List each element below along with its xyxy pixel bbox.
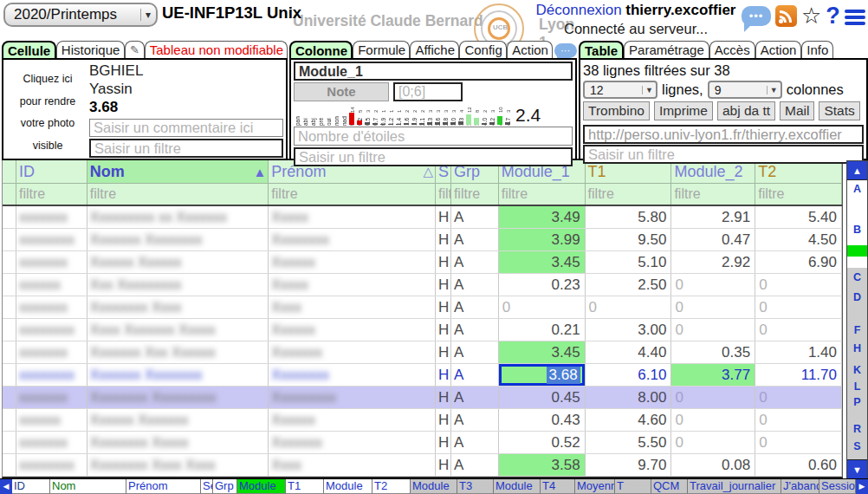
cell-s[interactable]: H: [436, 319, 451, 341]
table-button-mail[interactable]: Mail: [780, 101, 814, 120]
bottom-col-pr-nom[interactable]: Prénom: [126, 479, 201, 494]
photo-placeholder[interactable]: Cliquez icipour rendrevotre photovisible: [6, 62, 89, 157]
cell-s[interactable]: H: [436, 251, 451, 273]
cell-value[interactable]: 3.49: [499, 206, 586, 228]
tab-paramétrage[interactable]: Paramétrage: [624, 41, 709, 58]
bottom-col-t3[interactable]: T3: [457, 479, 494, 494]
cell-grp[interactable]: A: [451, 296, 499, 318]
scroll-right-button[interactable]: ▶: [856, 479, 868, 494]
cell-value[interactable]: 0: [671, 432, 755, 453]
cell-prenom[interactable]: Xxxxxxxxx: [269, 387, 436, 408]
cell-value[interactable]: 0: [671, 319, 755, 341]
cell-s[interactable]: H: [436, 274, 451, 296]
cell-value[interactable]: 0.23: [499, 274, 586, 296]
tab-action[interactable]: Action: [507, 41, 553, 58]
cell-prenom[interactable]: Xxxxxxxx: [269, 364, 436, 386]
table-filter-input[interactable]: [583, 145, 864, 164]
table-row[interactable]: xxxxxxxXxxxxxx Xxx XxxxxxXxxxxxxHA3.454.…: [3, 341, 842, 364]
cell-value[interactable]: 0: [671, 274, 755, 296]
bottom-col-t4[interactable]: T4: [541, 479, 575, 494]
filter-prenom[interactable]: filtre: [269, 184, 436, 205]
tab-accès[interactable]: Accès: [709, 41, 755, 58]
row-head-cell[interactable]: [3, 229, 16, 250]
cell-nom[interactable]: Xxxxxxx Xxx Xxxxxx: [87, 341, 269, 363]
scroll-letter-f[interactable]: F: [847, 325, 867, 336]
scroll-letter-a[interactable]: A: [847, 184, 867, 195]
bottom-col-moyenn[interactable]: Moyenn: [575, 479, 615, 494]
table-button-imprime[interactable]: Imprime: [654, 101, 713, 120]
row-head-cell[interactable]: [3, 387, 16, 408]
cell-value[interactable]: 6.10: [586, 364, 672, 386]
tab-config[interactable]: Config: [459, 41, 507, 58]
cell-value[interactable]: 5.10: [586, 251, 672, 273]
tab-affiche[interactable]: Affiche: [410, 41, 459, 58]
cell-value[interactable]: 0.35: [671, 341, 755, 363]
bottom-col-j-aband[interactable]: J'aband: [781, 479, 819, 494]
cell-value[interactable]: 9.50: [586, 229, 672, 250]
cell-value[interactable]: 1.40: [755, 341, 842, 363]
cell-s[interactable]: H: [436, 454, 451, 476]
filter-rowhead[interactable]: [3, 184, 16, 205]
cell-nom[interactable]: Xxxxxxx Xxxxxxxx: [87, 364, 269, 386]
comment-bubble-icon[interactable]: ⋯: [554, 43, 577, 58]
cell-value[interactable]: 0: [499, 296, 586, 318]
scroll-letter-s[interactable]: S: [847, 441, 867, 452]
cell-s[interactable]: H: [436, 364, 451, 386]
cell-prenom[interactable]: Xxxx: [269, 454, 436, 476]
cell-grp[interactable]: A: [451, 206, 499, 228]
cell-value[interactable]: 0.45: [499, 387, 586, 408]
pencil-icon[interactable]: ✎: [125, 41, 145, 58]
cell-grp[interactable]: A: [451, 454, 499, 476]
cell-prenom[interactable]: Xxxxx: [269, 206, 436, 228]
rows-count-select[interactable]: 12 ▼: [583, 81, 657, 99]
cell-value[interactable]: 5.40: [755, 206, 842, 228]
cell-prenom[interactable]: Xxxxxxx: [269, 432, 436, 453]
cell-value[interactable]: 0: [671, 387, 755, 408]
cell-value[interactable]: 0: [755, 409, 842, 431]
cell-nom[interactable]: Xxxxxxxx Xxxxx: [87, 432, 269, 453]
cell-value[interactable]: 0: [755, 296, 842, 318]
cell-grp[interactable]: A: [451, 409, 499, 431]
cell-value[interactable]: 3.00: [586, 319, 672, 341]
table-row[interactable]: xxxxxxxxXxxxxxx XxxxxxxxXxxxxxxxHA3.686.…: [3, 364, 842, 387]
cell-id[interactable]: xxxxxxx: [16, 432, 87, 453]
cell-s[interactable]: H: [436, 229, 451, 250]
col-header-nom[interactable]: Nom▲: [87, 160, 269, 183]
menu-icon[interactable]: [845, 7, 865, 25]
column-name[interactable]: Module_1: [294, 62, 573, 81]
row-head-cell[interactable]: [3, 341, 16, 363]
filter-id[interactable]: filtre: [16, 184, 87, 205]
cell-s[interactable]: H: [436, 296, 451, 318]
table-row[interactable]: xxxxxxxXxxxxx XxxxxxXxxxxxHA3.455.102.92…: [3, 251, 842, 274]
filter-t1[interactable]: filtre: [586, 184, 672, 205]
table-row[interactable]: xxxxxxxXxxxxxxx XxxxxXxxxxxxHA0.525.5000: [3, 432, 842, 454]
scroll-letter-p[interactable]: P: [847, 397, 867, 408]
cell-value[interactable]: 0: [671, 409, 755, 431]
cell-grp[interactable]: A: [451, 387, 499, 408]
cell-value[interactable]: 0.52: [499, 432, 586, 453]
table-button-stats[interactable]: Stats: [819, 101, 859, 120]
cell-prenom[interactable]: Xxxxxx: [269, 409, 436, 431]
cell-value[interactable]: 2.92: [671, 251, 755, 273]
url-input[interactable]: [583, 125, 864, 144]
tab-tableau-non-modifiable[interactable]: Tableau non modifiable: [145, 41, 288, 58]
cell-s[interactable]: H: [436, 432, 451, 453]
tab-table[interactable]: Table: [579, 41, 624, 58]
bottom-col-module[interactable]: Module: [411, 479, 457, 494]
row-head-cell[interactable]: [3, 274, 16, 296]
cell-prenom[interactable]: Xxxxx: [269, 274, 436, 296]
table-scrollbar[interactable]: ▲ ABCDFHKLPRS ▼: [846, 160, 868, 479]
tab-formule[interactable]: Formule: [353, 41, 410, 58]
tab-cellule[interactable]: Cellule: [2, 41, 56, 58]
cell-grp[interactable]: A: [451, 319, 499, 341]
filter-nom[interactable]: filtre: [87, 184, 269, 205]
star-icon[interactable]: ☆: [801, 5, 821, 27]
cell-s[interactable]: H: [436, 341, 451, 363]
cell-value[interactable]: 0.08: [671, 454, 755, 476]
cell-prenom[interactable]: Xxxxxx: [269, 319, 436, 341]
tab-action[interactable]: Action: [755, 41, 802, 58]
row-head-cell[interactable]: [3, 454, 16, 476]
row-head-cell[interactable]: [3, 319, 16, 341]
col-header-id[interactable]: ID: [16, 160, 87, 183]
cell-value[interactable]: 3.68: [499, 364, 586, 386]
